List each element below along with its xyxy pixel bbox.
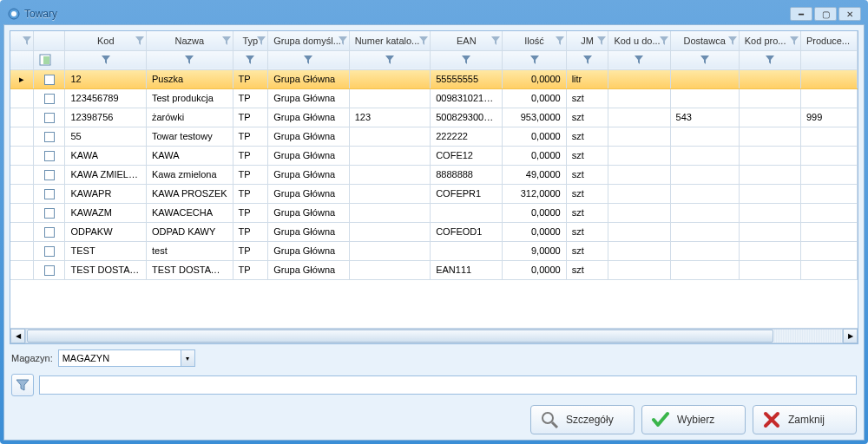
scroll-right-button[interactable]: ▶	[843, 329, 858, 343]
table-row[interactable]: TEST DOSTAWCYTEST DOSTAWC...TPGrupa Głów…	[10, 260, 858, 279]
filter-cell[interactable]	[670, 50, 739, 69]
details-button[interactable]: Szczegóły	[530, 405, 635, 434]
horizontal-scrollbar[interactable]: ◀ ▶	[10, 328, 858, 343]
filter-cell[interactable]	[566, 50, 608, 69]
col-jm[interactable]: JM	[566, 31, 608, 50]
filter-cell[interactable]	[800, 50, 857, 69]
filter-icon[interactable]	[790, 36, 799, 45]
table-row[interactable]: 55Towar testowyTPGrupa Główna2222220,000…	[10, 127, 858, 146]
filter-icon[interactable]	[135, 36, 144, 45]
filter-icon[interactable]	[246, 56, 254, 64]
checkbox[interactable]	[44, 94, 55, 104]
table-row[interactable]: TESTtestTPGrupa Główna9,0000szt	[10, 241, 858, 260]
col-nkat[interactable]: Numer katalo...	[349, 31, 430, 50]
filter-cell[interactable]	[349, 50, 430, 69]
filter-icon[interactable]	[385, 56, 394, 64]
table-row[interactable]: KAWA ZMIELO...Kawa zmielonaTPGrupa Główn…	[10, 165, 858, 184]
filter-cell[interactable]	[33, 50, 65, 69]
col-grupa[interactable]: Grupa domyśl...	[268, 31, 349, 50]
table-row[interactable]: ▸12PuszkaTPGrupa Główna555555550,0000lit…	[10, 69, 858, 88]
checkbox[interactable]	[44, 75, 55, 85]
select-button[interactable]: Wybierz	[641, 405, 746, 434]
checkbox[interactable]	[44, 189, 55, 199]
row-checkbox-cell[interactable]	[33, 203, 65, 222]
row-checkbox-cell[interactable]	[33, 146, 65, 165]
col-dost[interactable]: Dostawca	[670, 31, 739, 50]
col-kodp[interactable]: Kod pro...	[739, 31, 800, 50]
table-row[interactable]: KAWAPRKAWA PROSZEKTPGrupa GłównaCOFEPR13…	[10, 184, 858, 203]
filter-cell[interactable]	[233, 50, 268, 69]
col-prod[interactable]: Produce...	[800, 31, 857, 50]
scroll-thumb[interactable]	[27, 330, 773, 343]
filter-cell[interactable]	[268, 50, 349, 69]
minimize-button[interactable]: ━	[790, 7, 812, 21]
scroll-left-button[interactable]: ◀	[10, 329, 25, 343]
col-checkbox[interactable]	[33, 31, 65, 50]
checkbox[interactable]	[44, 151, 55, 161]
filter-icon[interactable]	[419, 36, 428, 45]
checkbox[interactable]	[44, 113, 55, 123]
checkbox[interactable]	[44, 170, 55, 180]
checkbox[interactable]	[44, 208, 55, 219]
col-typ[interactable]: Typ	[233, 31, 268, 50]
filter-icon[interactable]	[102, 56, 110, 64]
table-row[interactable]: 123456789Test produkcjaTPGrupa Główna009…	[10, 88, 858, 108]
table-row[interactable]: KAWAZMKAWACECHATPGrupa Główna0,0000szt	[10, 203, 858, 222]
row-checkbox-cell[interactable]	[33, 165, 65, 184]
magazyn-combo[interactable]: ▾	[58, 349, 195, 367]
filter-cell[interactable]	[608, 50, 670, 69]
filter-cell[interactable]	[431, 50, 503, 69]
filter-cell[interactable]	[65, 50, 146, 69]
select-all-icon[interactable]	[39, 54, 60, 66]
table-row[interactable]: 12398756żarówkiTPGrupa Główna12350082930…	[10, 108, 858, 127]
maximize-button[interactable]: ▢	[814, 7, 837, 21]
row-checkbox-cell[interactable]	[33, 184, 65, 203]
filter-cell[interactable]	[10, 50, 33, 69]
row-checkbox-cell[interactable]	[33, 127, 65, 146]
checkbox[interactable]	[44, 265, 55, 276]
filter-icon[interactable]	[491, 36, 500, 45]
row-checkbox-cell[interactable]	[33, 88, 65, 108]
filter-icon[interactable]	[304, 56, 312, 64]
filter-cell[interactable]	[739, 50, 800, 69]
col-kod[interactable]: Kod	[65, 31, 146, 50]
col-ilosc[interactable]: Ilość	[503, 31, 566, 50]
filter-icon[interactable]	[530, 56, 539, 64]
close-button[interactable]: Zamknij	[753, 405, 857, 434]
titlebar[interactable]: Towary ━ ▢ ✕	[3, 3, 865, 24]
filter-icon[interactable]	[185, 56, 194, 64]
filter-cell[interactable]	[503, 50, 566, 69]
checkbox[interactable]	[44, 227, 55, 238]
magazyn-input[interactable]	[59, 350, 181, 366]
table-row[interactable]: KAWAKAWATPGrupa GłównaCOFE120,0000szt	[10, 146, 858, 165]
filter-icon[interactable]	[597, 36, 606, 45]
close-window-button[interactable]: ✕	[838, 7, 861, 21]
filter-icon[interactable]	[462, 56, 470, 64]
checkbox[interactable]	[44, 132, 55, 142]
col-indicator[interactable]	[10, 31, 33, 50]
filter-icon[interactable]	[257, 36, 266, 45]
filter-icon[interactable]	[23, 36, 31, 45]
filter-button[interactable]	[11, 374, 34, 396]
row-checkbox-cell[interactable]	[33, 260, 65, 279]
dropdown-arrow-icon[interactable]: ▾	[181, 350, 194, 366]
filter-icon[interactable]	[700, 56, 709, 64]
row-checkbox-cell[interactable]	[33, 222, 65, 241]
filter-icon[interactable]	[635, 56, 643, 64]
filter-icon[interactable]	[766, 56, 774, 64]
filter-icon[interactable]	[728, 36, 737, 45]
filter-icon[interactable]	[339, 36, 347, 45]
row-checkbox-cell[interactable]	[33, 69, 65, 88]
col-kodd[interactable]: Kod u do...	[608, 31, 670, 50]
data-grid[interactable]: Kod Nazwa Typ Grupa domyśl... Numer kata…	[10, 30, 858, 344]
checkbox[interactable]	[44, 246, 55, 257]
filter-icon[interactable]	[583, 56, 592, 64]
scroll-track[interactable]	[25, 329, 843, 343]
search-input[interactable]	[39, 375, 857, 395]
col-nazwa[interactable]: Nazwa	[146, 31, 233, 50]
row-checkbox-cell[interactable]	[33, 241, 65, 260]
filter-icon[interactable]	[556, 36, 564, 45]
table-row[interactable]: ODPAKWODPAD KAWYTPGrupa GłównaCOFEOD10,0…	[10, 222, 858, 241]
filter-cell[interactable]	[146, 50, 233, 69]
filter-icon[interactable]	[222, 36, 231, 45]
